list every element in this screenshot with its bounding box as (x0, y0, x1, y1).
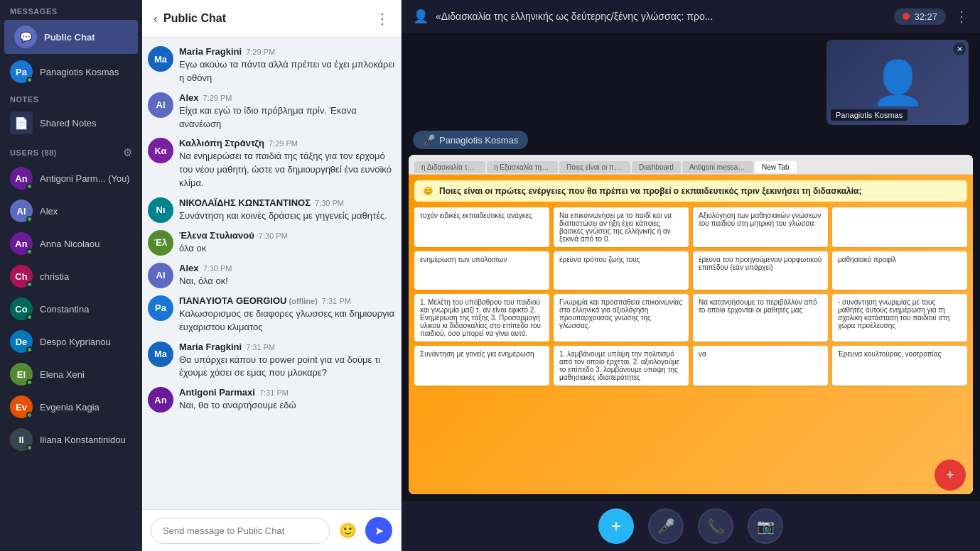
dm-avatar: Pa (10, 60, 33, 83)
browser-tab[interactable]: Ποιες είναι οι πρώτες ενέρ... (559, 161, 630, 173)
message-header: Alex 7:30 PM (179, 263, 395, 273)
message-sender: Maria Fragkini (179, 46, 242, 57)
phone-button[interactable]: 📞 (698, 508, 733, 544)
fab-red-button[interactable]: + (935, 459, 966, 491)
video-name-tag: Panagiotis Kosmas (831, 109, 908, 121)
message-content: Καλλιόπη Στράντζη 7:29 PM Να ενημερώσει … (179, 138, 395, 190)
recording-dot (903, 13, 910, 20)
padlet-card: 1. Μελέτη του υπόβαθρου του παιδιού και … (414, 294, 549, 342)
user-icon[interactable]: 👤 (413, 9, 429, 24)
message-text: όλα οκ (179, 242, 395, 256)
sidebar-user-item[interactable]: Ev Evgenia Kagia (0, 391, 142, 423)
topbar-right: 32:27 ⋮ (894, 8, 969, 25)
message-text: Είχα και εγώ το ίδιο πρόβλημα πρίν. Έκαν… (179, 104, 395, 131)
browser-tab[interactable]: Antigoni messaged you (682, 161, 753, 173)
sidebar-user-item[interactable]: An Antigoni Parm... (You) (0, 162, 142, 195)
message-header: Maria Fragkini 7:31 PM (179, 342, 395, 352)
sidebar-user-item[interactable]: Il Iliana Konstantinidou (0, 423, 142, 456)
recording-time: 32:27 (914, 11, 937, 22)
video-close-button[interactable]: ✕ (953, 43, 966, 55)
padlet-card: τυχόν ειδικές εκπαιδευτικές ανάγκες (414, 207, 549, 247)
user-avatar: Ch (10, 265, 33, 288)
padlet-card (832, 207, 967, 247)
sidebar-item-dm[interactable]: Pa Panagiotis Kosmas (0, 55, 142, 88)
message-text: Συνάντηση και κοινές δράσεις με γηγενείς… (179, 209, 395, 223)
user-name: Constantina (40, 304, 89, 315)
message-time: 7:29 PM (246, 48, 275, 56)
browser-tab[interactable]: η Εξασκαλία της Ελλην... (487, 161, 558, 173)
users-section-label: USERS (88) (10, 148, 57, 157)
sidebar-user-item[interactable]: Al Alex (0, 195, 142, 227)
main-topbar: 👤 «Διδασκαλία της ελληνικής ως δεύτερης/… (402, 0, 980, 33)
chat-header: ‹ Public Chat ⋮ (142, 0, 401, 38)
users-header: USERS (88) ⚙ (0, 139, 142, 162)
padlet-card: Έρευνα κουλτούρας, νοοτροπίας (832, 346, 967, 386)
back-button[interactable]: ‹ (154, 11, 158, 26)
message-sender: ΝΙΚΟΛΑΪΔΗΣ ΚΩΝΣΤΑΝΤΙΝΟΣ (179, 197, 311, 208)
user-name: Antigoni Parm... (You) (40, 173, 130, 184)
padlet-content: 😊 Ποιες είναι οι πρώτες ενέργειες που θα… (409, 175, 973, 494)
padlet-card: μαθησιακό προφίλ (832, 251, 967, 290)
user-status-dot (26, 314, 33, 320)
chat-input[interactable] (151, 518, 330, 544)
sidebar-item-public-chat[interactable]: 💬 Public Chat (4, 20, 138, 54)
message-time: 7:29 PM (269, 139, 298, 148)
more-options-button[interactable]: ⋮ (954, 8, 969, 25)
sidebar-user-item[interactable]: Co Constantina (0, 293, 142, 325)
message-row: Al Alex 7:30 PM Ναι, όλα οκ! (148, 263, 395, 288)
sidebar: MESSAGES 💬 Public Chat Pa Panagiotis Kos… (0, 0, 142, 551)
user-status-dot (26, 249, 33, 255)
messages-section-label: MESSAGES (0, 0, 142, 18)
dm-name: Panagiotis Kosmas (40, 67, 119, 77)
settings-icon[interactable]: ⚙ (123, 146, 132, 159)
add-button[interactable]: + (598, 508, 634, 544)
user-status-dot (26, 347, 33, 353)
message-row: Pa ΠΑΝΑYΙΟΤΑ GEORGIOU (offline) 7:31 PM … (148, 295, 395, 334)
user-status-dot (26, 412, 33, 418)
message-sender: Έλενα Στυλιανού (179, 230, 254, 241)
topbar-left: 👤 «Διδασκαλία της ελληνικής ως δεύτερης/… (413, 9, 713, 24)
message-row: Έλ Έλενα Στυλιανού 7:30 PM όλα οκ (148, 230, 395, 256)
message-avatar: Νι (148, 197, 173, 223)
message-content: ΝΙΚΟΛΑΪΔΗΣ ΚΩΝΣΤΑΝΤΙΝΟΣ 7:30 PM Συνάντησ… (179, 197, 395, 223)
sidebar-user-item[interactable]: De Despo Kyprianou (0, 325, 142, 358)
sidebar-user-item[interactable]: An Anna Nicolaou (0, 227, 142, 260)
browser-tab[interactable]: Dashboard (632, 161, 681, 173)
message-time: 7:31 PM (246, 343, 275, 351)
user-status-dot (26, 444, 33, 451)
sidebar-user-item[interactable]: Ch christia (0, 260, 142, 293)
message-time: 7:30 PM (259, 231, 288, 240)
mute-button[interactable]: 🎤 (648, 508, 684, 544)
user-avatar: An (10, 167, 33, 190)
padlet-card: Γνωριμία και προσπάθεια επικοινωνίας στο… (554, 294, 689, 342)
camera-button[interactable]: 📷 (748, 508, 783, 544)
video-section: 👤 Panagiotis Kosmas ✕ (402, 33, 980, 125)
message-header: Καλλιόπη Στράντζη 7:29 PM (179, 138, 395, 148)
browser-tab[interactable]: η Διδασκαλία της ελλη... (414, 161, 485, 173)
public-chat-label: Public Chat (44, 32, 95, 43)
message-content: Έλενα Στυλιανού 7:30 PM όλα οκ (179, 230, 395, 256)
user-name: Alex (40, 206, 58, 217)
padlet-card: έρευνα του προηγούμενου μορφωτικού επιπέ… (693, 251, 828, 290)
message-header: Maria Fragkini 7:29 PM (179, 46, 395, 57)
presentation-title: «Διδασκαλία της ελληνικής ως δεύτερης/ξέ… (436, 11, 713, 22)
sidebar-user-item[interactable]: El Elena Xeni (0, 358, 142, 391)
main-area: 👤 «Διδασκαλία της ελληνικής ως δεύτερης/… (402, 0, 980, 551)
emoji-button[interactable]: 🙂 (335, 518, 360, 542)
message-row: An Antigoni Parmaxi 7:31 PM Ναι, θα το α… (148, 387, 395, 413)
message-sender: Alex (179, 263, 198, 273)
chat-more-button[interactable]: ⋮ (375, 10, 389, 27)
user-avatar: Il (10, 428, 33, 451)
notes-section-label: NOTES (0, 88, 142, 107)
send-button[interactable]: ➤ (365, 517, 392, 544)
sidebar-item-notes[interactable]: 📄 Shared Notes (0, 107, 142, 139)
message-time: 7:31 PM (259, 388, 289, 397)
user-status-dot (26, 379, 33, 386)
user-avatar: El (10, 363, 33, 386)
message-text: Ναι, όλα οκ! (179, 275, 395, 288)
message-header: Alex 7:29 PM (179, 92, 395, 103)
message-avatar: Al (148, 263, 173, 288)
message-text: Θα υπάρχει κάπου το power point για να δ… (179, 354, 395, 381)
user-avatar: Co (10, 298, 33, 320)
browser-tab[interactable]: New Tab (755, 161, 797, 173)
